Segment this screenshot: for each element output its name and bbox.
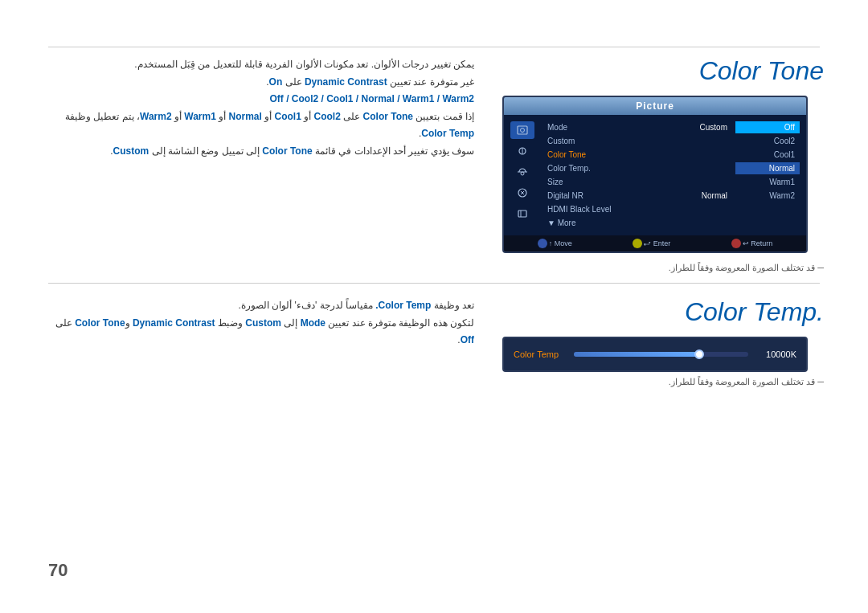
btn-label-return: ↩ Return: [743, 239, 773, 247]
tv-menu-row-colortone: Color Tone: [544, 149, 731, 161]
color-temp-title: Color Temp.: [502, 297, 824, 327]
tv-icon-5: [510, 205, 534, 223]
top-divider: [48, 47, 820, 47]
menu-label-colortone: Color Tone: [547, 150, 586, 159]
tv-value-warm2: Warm2: [735, 190, 800, 202]
tv-icon-4: [510, 184, 534, 202]
svg-rect-6: [518, 210, 526, 217]
menu-label-digitalnr: Digital NR: [547, 191, 583, 200]
menu-value-mode: Custom: [700, 123, 727, 132]
menu-label-mode: Mode: [547, 123, 567, 132]
tv-value-cool1: Cool1: [735, 149, 800, 161]
tv-icon-2: [510, 142, 534, 160]
tv-footer: ↑ Move ⮐ Enter ↩ Return: [504, 235, 806, 251]
tv-value-off: Off: [735, 121, 800, 133]
btn-label-enter: ⮐ Enter: [644, 239, 670, 247]
tv-screen-header: Picture: [504, 97, 806, 115]
temp-slider-box: Color Temp 10000K: [502, 337, 808, 372]
menu-label-more: ▼ More: [547, 219, 575, 227]
menu-label-hdmi: HDMI Black Level: [547, 205, 611, 214]
tv-menu-row-mode: Mode Custom: [544, 121, 731, 133]
svg-point-4: [521, 172, 524, 175]
menu-label-colortemp: Color Temp.: [547, 164, 591, 173]
tv-menu-row-hdmi: HDMI Black Level: [544, 203, 731, 215]
tv-value-warm1: Warm1: [735, 176, 800, 188]
color-tone-right-panel: Color Tone Picture: [502, 56, 824, 280]
menu-label-size: Size: [547, 178, 563, 186]
tv-screen-color-tone: Picture: [502, 96, 808, 253]
color-tone-title: Color Tone: [502, 56, 824, 86]
tv-btn-enter: ⮐ Enter: [633, 239, 670, 248]
mid-divider: [48, 283, 820, 284]
btn-label-move: ↑ Move: [549, 239, 572, 247]
tv-menu-row-size: Size: [544, 176, 731, 188]
slider-thumb: [694, 349, 704, 359]
tv-menu-row-more: ▼ More: [544, 217, 731, 229]
color-tone-note: ─ قد تختلف الصورة المعروضة وفقاً للطراز.: [502, 263, 824, 273]
svg-point-1: [521, 129, 525, 133]
svg-rect-0: [518, 126, 527, 134]
tv-value-normal: Normal: [735, 162, 800, 174]
btn-icon-yellow: [633, 239, 642, 248]
slider-track[interactable]: [574, 352, 748, 357]
color-tone-section: يمكن تغيير درجات الألوان. تعد مكونات الأ…: [48, 56, 474, 161]
tv-values-col: Off Cool2 Cool1 Normal Warm1 Warm2: [735, 121, 800, 229]
slider-row: Color Temp 10000K: [514, 349, 796, 359]
btn-icon-red: [731, 239, 741, 248]
tv-screen-body: Mode Custom Custom Color Tone Color Temp…: [504, 115, 806, 235]
arabic-description-1: يمكن تغيير درجات الألوان. تعد مكونات الأ…: [48, 56, 474, 161]
color-temp-section-left: تعد وظيفة Color Temp. مقياساً لدرجة 'دفء…: [48, 297, 474, 349]
tv-btn-move: ↑ Move: [538, 239, 572, 248]
tv-icon-1: [510, 121, 534, 139]
slider-label: Color Temp: [514, 349, 566, 359]
color-temp-right-panel: Color Temp. Color Temp 10000K ─ قد تختلف…: [502, 297, 824, 394]
arabic-description-2: تعد وظيفة Color Temp. مقياساً لدرجة 'دفء…: [48, 297, 474, 349]
tv-icons-col: [510, 121, 539, 229]
menu-label-custom: Custom: [547, 137, 575, 145]
tv-menu-col: Mode Custom Custom Color Tone Color Temp…: [544, 121, 731, 229]
tv-icon-3: [510, 163, 534, 181]
color-temp-note: ─ قد تختلف الصورة المعروضة وفقاً للطراز.: [502, 377, 824, 387]
tv-menu-row-digitalnr: Digital NR Normal: [544, 190, 731, 202]
tv-value-cool2: Cool2: [735, 135, 800, 147]
menu-value-digitalnr: Normal: [702, 191, 727, 200]
tv-btn-return: ↩ Return: [731, 239, 773, 248]
slider-value: 10000K: [756, 349, 796, 359]
slider-fill: [574, 352, 699, 357]
btn-icon-blue: [538, 239, 547, 248]
tv-menu-row-colortemp: Color Temp.: [544, 162, 731, 174]
tv-menu-row-custom: Custom: [544, 135, 731, 147]
